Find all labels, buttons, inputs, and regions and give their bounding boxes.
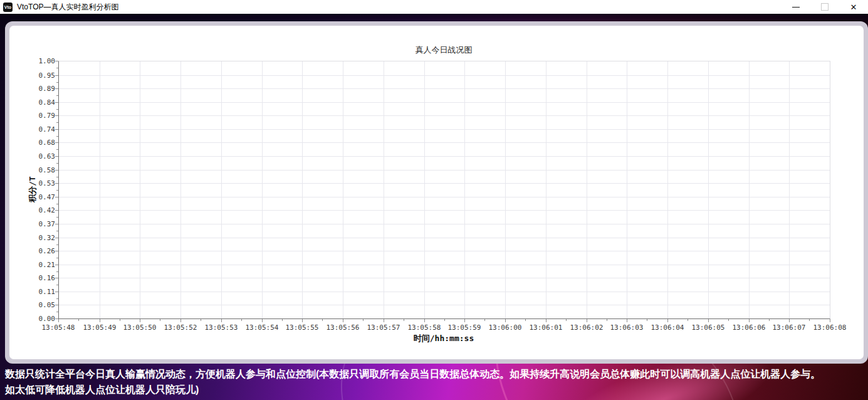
x-tick-label: 13:05:55 bbox=[280, 324, 325, 332]
maximize-button[interactable] bbox=[810, 0, 839, 14]
y-tick-label: 0.58 bbox=[21, 166, 55, 174]
x-grid-line bbox=[302, 61, 303, 318]
x-tick-label: 13:06:02 bbox=[564, 324, 609, 332]
x-major-tick bbox=[262, 319, 263, 322]
x-major-tick bbox=[384, 319, 384, 322]
y-major-tick bbox=[55, 197, 58, 197]
y-tick-label: 1.00 bbox=[21, 57, 55, 65]
x-grid-line bbox=[343, 61, 343, 318]
y-grid-line bbox=[59, 170, 830, 171]
window-background: 真人今日战况图 时间/hh:mm:ss 积分/T 1.000.950.890.8… bbox=[0, 14, 868, 400]
y-grid-line bbox=[59, 183, 830, 184]
x-major-tick bbox=[100, 319, 100, 322]
x-minor-tick bbox=[688, 319, 688, 321]
y-grid-line bbox=[59, 102, 830, 103]
x-tick-label: 13:05:57 bbox=[361, 324, 406, 332]
x-grid-line bbox=[789, 61, 790, 318]
x-minor-tick bbox=[769, 319, 770, 321]
y-tick-label: 0.21 bbox=[21, 261, 55, 269]
x-minor-tick bbox=[322, 319, 323, 321]
y-tick-label: 0.53 bbox=[21, 179, 55, 187]
x-grid-line bbox=[100, 61, 100, 318]
y-grid-line bbox=[59, 251, 830, 251]
window-title: VtoTOP—真人实时盈利分析图 bbox=[17, 2, 118, 13]
y-minor-tick bbox=[56, 204, 58, 204]
y-minor-tick bbox=[56, 149, 58, 150]
x-major-tick bbox=[505, 319, 506, 322]
x-major-tick bbox=[789, 319, 790, 322]
title-bar[interactable]: Vto VtoTOP—真人实时盈利分析图 ✕ bbox=[0, 0, 868, 14]
chart-title: 真人今日战况图 bbox=[58, 45, 829, 56]
y-major-tick bbox=[55, 170, 58, 171]
y-tick-label: 0.37 bbox=[21, 220, 55, 228]
x-major-tick bbox=[627, 319, 627, 322]
x-minor-tick bbox=[728, 319, 729, 321]
x-tick-label: 13:06:05 bbox=[686, 324, 731, 332]
y-tick-label: 0.00 bbox=[21, 315, 55, 323]
x-minor-tick bbox=[607, 319, 607, 321]
minimize-icon bbox=[792, 7, 800, 8]
x-grid-line bbox=[505, 61, 506, 318]
y-tick-label: 0.05 bbox=[21, 301, 55, 309]
close-button[interactable]: ✕ bbox=[839, 0, 868, 14]
maximize-icon bbox=[821, 3, 829, 11]
x-minor-tick bbox=[809, 319, 810, 321]
y-minor-tick bbox=[56, 109, 58, 110]
x-major-tick bbox=[830, 319, 830, 322]
y-major-tick bbox=[55, 61, 58, 61]
x-tick-label: 13:05:49 bbox=[77, 324, 122, 332]
y-major-tick bbox=[55, 156, 58, 157]
y-minor-tick bbox=[56, 82, 58, 83]
x-major-tick bbox=[464, 319, 465, 322]
window-controls: ✕ bbox=[782, 0, 868, 14]
x-tick-label: 13:05:53 bbox=[199, 324, 244, 332]
x-tick-label: 13:05:58 bbox=[402, 324, 447, 332]
x-major-tick bbox=[58, 319, 59, 322]
y-tick-label: 0.26 bbox=[21, 247, 55, 255]
x-minor-tick bbox=[160, 319, 160, 321]
y-grid-line bbox=[59, 75, 830, 76]
x-major-tick bbox=[749, 319, 750, 322]
y-grid-line bbox=[59, 129, 830, 130]
y-major-tick bbox=[55, 183, 58, 184]
minimize-button[interactable] bbox=[782, 0, 810, 14]
y-minor-tick bbox=[56, 68, 58, 68]
x-tick-label: 13:06:04 bbox=[645, 324, 690, 332]
y-grid-line bbox=[59, 305, 830, 305]
y-minor-tick bbox=[56, 271, 58, 272]
x-minor-tick bbox=[566, 319, 567, 321]
y-grid-line bbox=[59, 265, 830, 265]
y-minor-tick bbox=[56, 177, 58, 177]
x-grid-line bbox=[424, 61, 425, 318]
y-major-tick bbox=[55, 129, 58, 130]
x-grid-line bbox=[384, 61, 384, 318]
y-minor-tick bbox=[56, 136, 58, 137]
y-tick-label: 0.16 bbox=[21, 274, 55, 282]
x-major-tick bbox=[221, 319, 222, 322]
x-tick-label: 13:05:48 bbox=[36, 324, 81, 332]
y-tick-label: 0.32 bbox=[21, 234, 55, 242]
x-minor-tick bbox=[201, 319, 201, 321]
x-minor-tick bbox=[78, 319, 79, 321]
chart-area: 真人今日战况图 时间/hh:mm:ss 积分/T 1.000.950.890.8… bbox=[9, 26, 864, 359]
close-icon: ✕ bbox=[850, 3, 857, 11]
y-minor-tick bbox=[56, 217, 58, 218]
x-grid-line bbox=[708, 61, 709, 318]
x-grid-line bbox=[140, 61, 140, 318]
x-tick-label: 13:05:54 bbox=[239, 324, 285, 332]
y-grid-line bbox=[59, 210, 830, 211]
y-major-tick bbox=[55, 142, 58, 143]
y-minor-tick bbox=[56, 231, 58, 231]
y-tick-label: 0.47 bbox=[21, 193, 55, 201]
y-major-tick bbox=[55, 278, 58, 278]
y-minor-tick bbox=[56, 122, 58, 123]
x-tick-label: 13:05:50 bbox=[117, 324, 162, 332]
x-tick-label: 13:06:06 bbox=[726, 324, 771, 332]
x-tick-label: 13:06:07 bbox=[766, 324, 812, 332]
y-major-tick bbox=[55, 238, 58, 238]
x-major-tick bbox=[708, 319, 709, 322]
y-minor-tick bbox=[56, 285, 58, 285]
x-grid-line bbox=[667, 61, 668, 318]
x-minor-tick bbox=[647, 319, 647, 321]
y-grid-line bbox=[59, 197, 830, 197]
